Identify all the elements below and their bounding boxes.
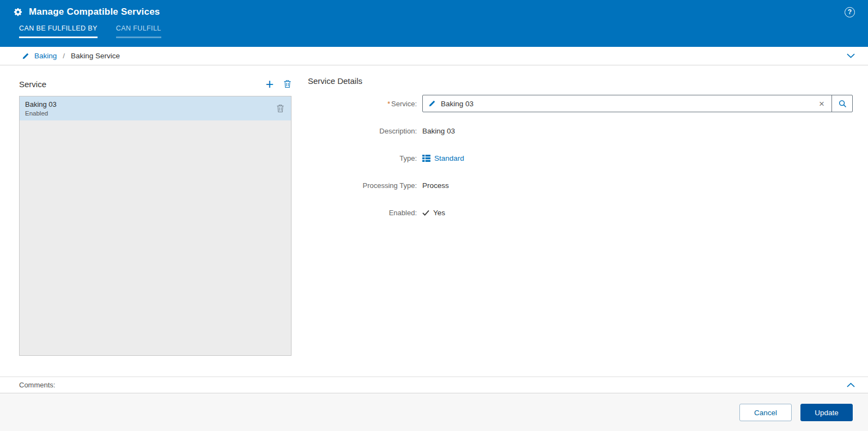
service-item-name: Baking 03	[25, 100, 57, 108]
service-label: *Service:	[308, 100, 417, 108]
header-tabs: CAN BE FULFILLED BY CAN FULFILL	[0, 17, 868, 38]
page-title: Manage Compatible Services	[29, 7, 160, 17]
service-input-value: Baking 03	[441, 100, 812, 108]
help-icon[interactable]: ?	[845, 7, 855, 17]
edit-pencil-icon	[22, 52, 29, 60]
comments-label: Comments:	[19, 381, 55, 389]
list-item[interactable]: Baking 03 Enabled	[20, 96, 291, 120]
type-label: Type:	[308, 154, 417, 162]
processing-type-label: Processing Type:	[308, 181, 417, 190]
cancel-button[interactable]: Cancel	[739, 404, 792, 421]
service-details-panel: Service Details *Service: Baking 03 ×	[308, 76, 853, 230]
type-link[interactable]: Standard	[434, 154, 464, 162]
input-pencil-icon	[428, 100, 436, 107]
service-value: Baking 03 ×	[422, 95, 853, 112]
breadcrumb: Baking / Baking Service	[0, 47, 868, 65]
required-mark: *	[387, 100, 390, 108]
chevron-down-icon[interactable]	[847, 53, 855, 58]
tab-can-fulfill[interactable]: CAN FULFILL	[116, 25, 161, 38]
search-icon[interactable]	[831, 95, 852, 112]
app-window: Manage Compatible Services ? CAN BE FULF…	[0, 0, 868, 431]
standard-type-icon	[422, 155, 430, 162]
service-input[interactable]: Baking 03 ×	[422, 95, 853, 112]
details-form: *Service: Baking 03 ×	[308, 94, 853, 222]
header-title-row: Manage Compatible Services ?	[0, 0, 868, 17]
service-list-title: Service	[19, 80, 46, 89]
item-delete-icon[interactable]	[276, 104, 284, 113]
breadcrumb-link-baking[interactable]: Baking	[34, 52, 57, 60]
type-row: Type: Standard	[308, 149, 853, 167]
details-title: Service Details	[308, 76, 853, 86]
service-label-text: Service:	[391, 100, 417, 108]
tab-can-be-fulfilled-by[interactable]: CAN BE FULFILLED BY	[19, 25, 98, 38]
description-row: Description: Baking 03	[308, 122, 853, 140]
service-list: Baking 03 Enabled	[19, 96, 292, 356]
description-value: Baking 03	[422, 127, 455, 135]
update-button[interactable]: Update	[800, 404, 853, 421]
service-list-panel: Service + Baking 03 Enabled	[19, 76, 292, 356]
processing-type-row: Processing Type: Process	[308, 176, 853, 195]
gear-icon	[13, 7, 23, 17]
type-value: Standard	[422, 154, 464, 162]
service-row: *Service: Baking 03 ×	[308, 94, 853, 113]
enabled-value: Yes	[422, 209, 445, 217]
breadcrumb-current: Baking Service	[71, 52, 120, 60]
enabled-value-text: Yes	[433, 209, 445, 217]
service-list-actions: +	[265, 78, 292, 89]
breadcrumb-separator: /	[63, 52, 65, 60]
processing-type-value: Process	[422, 181, 449, 190]
service-item-status: Enabled	[25, 110, 57, 117]
list-item-text: Baking 03 Enabled	[25, 100, 57, 117]
service-list-header: Service +	[19, 76, 292, 92]
description-label: Description:	[308, 127, 417, 135]
footer-actions: Cancel Update	[0, 394, 868, 431]
add-icon[interactable]: +	[265, 78, 274, 89]
enabled-label: Enabled:	[308, 209, 417, 217]
checkmark-icon	[422, 210, 429, 216]
enabled-row: Enabled: Yes	[308, 203, 853, 222]
clear-icon[interactable]: ×	[812, 99, 831, 108]
comments-section: Comments:	[0, 377, 868, 393]
chevron-up-icon[interactable]	[847, 383, 855, 387]
delete-icon[interactable]	[283, 80, 292, 88]
header: Manage Compatible Services ? CAN BE FULF…	[0, 0, 868, 47]
